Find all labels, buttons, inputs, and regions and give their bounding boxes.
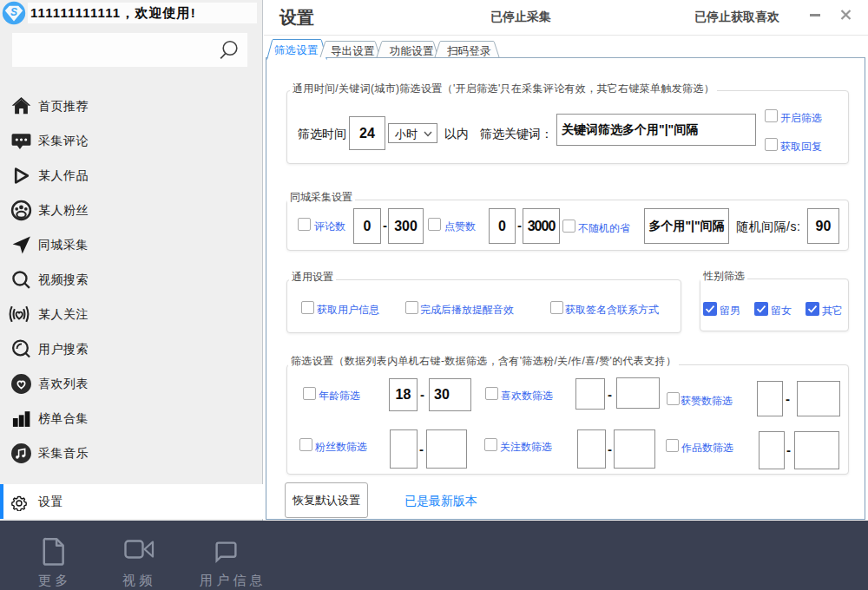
svg-text:S: S — [10, 6, 17, 18]
